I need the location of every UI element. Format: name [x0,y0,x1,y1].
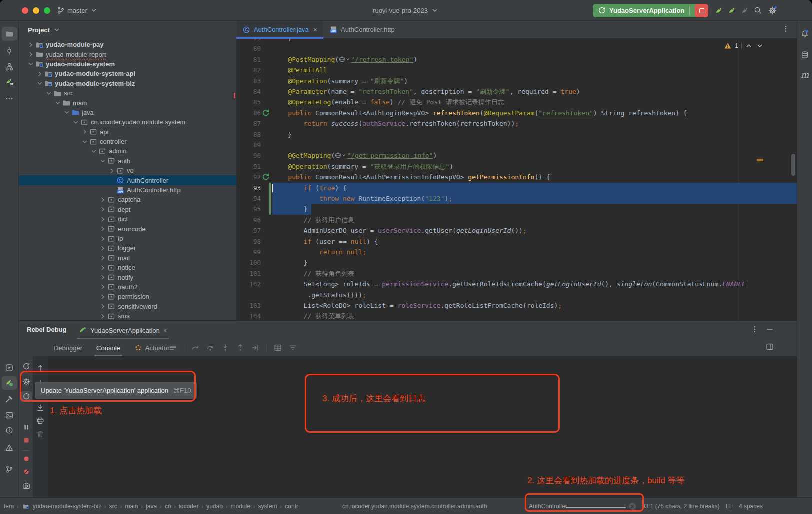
breadcrumb-item[interactable]: module [231,503,250,510]
tree-item-vo[interactable]: vo [19,166,236,175]
tree-item-authcontroller[interactable]: CAuthController [19,175,236,185]
tree-item-auth[interactable]: auth [19,156,236,166]
stop-process-button[interactable] [21,435,32,446]
project-panel-header[interactable]: Project [19,21,236,39]
chevron-down-icon[interactable] [72,118,80,126]
line-number[interactable]: 81 [236,54,261,65]
jrebel-debug-icon[interactable] [727,5,737,15]
breadcrumb-item[interactable]: contr [285,503,298,510]
close-window-button[interactable] [22,7,28,14]
tree-item-api[interactable]: api [19,127,236,137]
print-button[interactable] [35,415,46,426]
code-line-94[interactable]: 94 throw new RuntimeException("123"); [236,193,797,204]
build-tool-button[interactable] [2,392,17,406]
close-icon[interactable]: × [314,26,318,34]
jrebel-run-icon[interactable] [714,5,724,15]
minimize-window-button[interactable] [33,7,40,14]
code-line-97[interactable]: 97 AdminUserDO user = userService.getUse… [236,225,797,236]
terminal-tool-button[interactable] [2,408,17,422]
code-editor[interactable]: 79 }8081 @PostMapping("/refresh-token")8… [236,39,797,320]
chevron-right-icon[interactable] [99,235,107,243]
filter-icon[interactable] [289,344,297,352]
view-breakpoints-button[interactable] [21,453,32,464]
code-line-101[interactable]: 101 // 获得角色列表 [236,268,797,279]
line-number[interactable]: 102 [236,279,261,289]
layout-settings-icon[interactable] [766,343,774,351]
run-to-cursor-icon[interactable] [252,344,260,352]
chevron-right-icon[interactable] [99,254,107,262]
chevron-down-icon[interactable] [90,147,98,155]
tree-item-sensitiveword[interactable]: sensitiveword [19,302,236,311]
chevron-right-icon[interactable] [99,244,107,252]
indent-widget[interactable]: 4 spaces [739,498,763,514]
line-number[interactable]: 85 [236,97,261,107]
git-tool-button[interactable] [2,462,17,476]
tree-item-admin[interactable]: admin [19,146,236,156]
tree-item-ip[interactable]: ip [19,234,236,243]
breadcrumb-item[interactable]: cn [165,503,172,510]
chevron-right-icon[interactable] [81,128,89,136]
notifications-button[interactable] [800,29,810,39]
chevron-right-icon[interactable] [99,283,107,291]
breadcrumb-item[interactable]: java [146,503,157,510]
code-line-wrap[interactable]: .getStatus())); [236,290,797,300]
breadcrumb-item[interactable]: iocoder [179,503,198,510]
code-line-99[interactable]: 99 return null; [236,247,797,257]
mute-breakpoints-button[interactable] [21,466,32,477]
tree-item-yudao-module-system-biz[interactable]: yudao-module-system-biz [19,79,236,88]
project-tool-button[interactable] [2,27,17,41]
code-line-79[interactable]: 79 } [236,39,797,43]
chevron-right-icon[interactable] [99,225,107,233]
code-line-85[interactable]: 85 @OperateLog(enable = false) // 避免 Pos… [236,97,797,107]
zoom-window-button[interactable] [44,7,50,14]
tree-item-java[interactable]: java [19,108,236,117]
tree-item-notice[interactable]: notice [19,263,236,272]
tree-item-dept[interactable]: dept [19,205,236,214]
breadcrumbs[interactable]: tem›yudao-module-system-biz›src›main›jav… [4,498,298,514]
debug-session-tab[interactable]: YudaoServerApplication × [75,323,171,338]
code-line-100[interactable]: 100 } [236,257,797,268]
debug-options-icon[interactable] [751,325,759,333]
tree-item-controller[interactable]: controller [19,137,236,146]
code-line-87[interactable]: 87 return success(authService.refreshTok… [236,118,797,129]
close-icon[interactable]: × [164,327,168,334]
line-number[interactable]: 83 [236,76,261,86]
tree-item-errorcode[interactable]: errorcode [19,224,236,233]
debug-tab-debugger[interactable]: Debugger [47,339,90,356]
step-over-icon[interactable] [206,344,214,352]
line-number[interactable]: 82 [236,65,261,75]
tree-item-yudao-module-system-api[interactable]: yudao-module-system-api [19,69,236,78]
chevron-down-icon[interactable] [54,99,62,107]
line-number[interactable]: 97 [236,225,261,236]
jrebel-disabled-icon[interactable] [740,5,750,15]
tree-item-captcha[interactable]: captcha [19,195,236,204]
cancel-progress-icon[interactable]: ✕ [629,503,636,510]
tree-item-mail[interactable]: mail [19,253,236,263]
line-number[interactable]: 103 [236,300,261,311]
editor-tab-authcontroller-http[interactable]: APIAuthController.http [324,21,401,38]
breadcrumb-item[interactable]: main [125,503,138,510]
tab-options-icon[interactable] [782,25,790,33]
database-tool-button[interactable] [800,50,810,60]
debug-settings-button[interactable] [21,376,32,387]
line-number[interactable]: 91 [236,161,261,172]
line-number[interactable]: 93 [236,183,261,193]
show-execution-point-icon[interactable] [192,344,200,352]
line-number[interactable]: 101 [236,268,261,279]
line-number[interactable]: 80 [236,43,261,54]
line-number[interactable]: 79 [236,39,261,43]
line-number[interactable]: 90 [236,150,261,161]
step-out-icon[interactable] [236,344,244,352]
chevron-right-icon[interactable] [27,50,35,58]
code-line-81[interactable]: 81 @PostMapping("/refresh-token") [236,54,797,65]
code-line-104[interactable]: 104 // 获得菜单列表 [236,311,797,320]
tree-item-authcontroller-http[interactable]: APIAuthController.http [19,185,236,195]
chevron-right-icon[interactable] [27,41,35,49]
chevron-down-icon[interactable] [63,108,71,116]
chevron-right-icon[interactable] [99,312,107,320]
tree-item-yudao-module-system[interactable]: yudao-module-system [19,59,236,69]
maven-tool-button[interactable]: m [800,70,810,80]
more-tool-windows-button[interactable] [2,92,17,106]
debug-tab-console[interactable]: Console [90,339,128,356]
line-number[interactable]: 87 [236,118,261,129]
